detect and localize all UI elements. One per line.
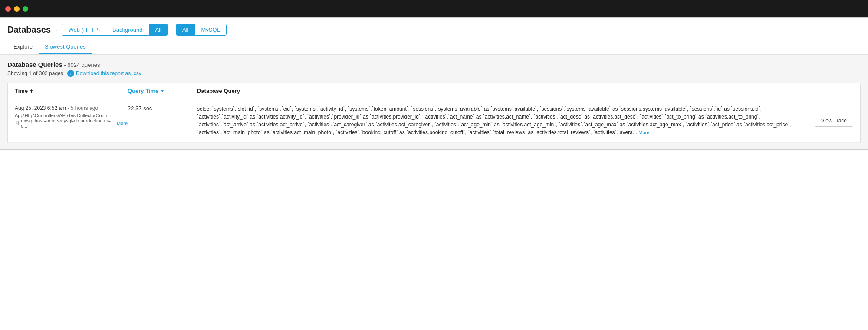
data-table: Time ⬍ Query Time ▼ Database Query Aug 2… bbox=[7, 83, 861, 143]
tab-explore[interactable]: Explore bbox=[7, 40, 39, 54]
time-main: Aug 25, 2023 6:52 am - 5 hours ago bbox=[15, 105, 128, 111]
minimize-button[interactable] bbox=[14, 6, 20, 12]
db-filter-mysql[interactable]: MySQL bbox=[195, 24, 226, 35]
filter-group: Web (HTTP) Background All bbox=[62, 24, 168, 36]
more-link-query[interactable]: More bbox=[638, 130, 649, 135]
controller-path: App\Http\Controllers\API\TestCollectorCo… bbox=[15, 113, 128, 118]
tab-slowest-queries[interactable]: Slowest Queries bbox=[39, 40, 92, 54]
db-host: 🗄 mysql:host=acme-mysql-db.production.us… bbox=[15, 118, 128, 129]
fullscreen-button[interactable] bbox=[23, 6, 28, 12]
db-filter-group: All MySQL bbox=[176, 24, 227, 36]
col-header-db-query: Database Query bbox=[197, 88, 853, 94]
queries-title-row: Database Queries - 6024 queries bbox=[7, 61, 861, 68]
filter-all[interactable]: All bbox=[149, 24, 168, 35]
main-container: Databases - Web (HTTP) Background All Al… bbox=[0, 17, 868, 150]
table-header: Time ⬍ Query Time ▼ Database Query bbox=[8, 83, 860, 99]
table-row: Aug 25, 2023 6:52 am - 5 hours ago App\H… bbox=[8, 99, 860, 143]
view-trace-button[interactable]: View Trace bbox=[815, 115, 853, 127]
title-bar bbox=[0, 0, 868, 17]
pagination-row: Showing 1 of 302 pages. ↓ Download this … bbox=[7, 70, 861, 77]
close-button[interactable] bbox=[5, 6, 11, 12]
header-top: Databases - Web (HTTP) Background All Al… bbox=[7, 24, 861, 36]
time-ago: - 5 hours ago bbox=[67, 105, 98, 111]
col-header-query-time[interactable]: Query Time ▼ bbox=[128, 88, 197, 94]
tabs: Explore Slowest Queries bbox=[7, 40, 861, 54]
filter-background[interactable]: Background bbox=[106, 24, 149, 35]
download-csv-link[interactable]: ↓ Download this report as .csv bbox=[67, 70, 141, 77]
queries-title: Database Queries bbox=[7, 61, 62, 68]
download-icon: ↓ bbox=[67, 70, 74, 77]
content-area: Database Queries - 6024 queries Showing … bbox=[0, 55, 868, 149]
cell-db-query: select `systems`.`slot_id`, `systems`.`c… bbox=[197, 105, 853, 136]
header: Databases - Web (HTTP) Background All Al… bbox=[0, 18, 868, 55]
query-count: - 6024 queries bbox=[64, 61, 100, 68]
database-icon: 🗄 bbox=[15, 121, 20, 126]
filter-web-http[interactable]: Web (HTTP) bbox=[62, 24, 106, 35]
pagination-text: Showing 1 of 302 pages. bbox=[7, 70, 65, 76]
more-link-time[interactable]: More bbox=[117, 121, 128, 126]
sort-icon-time: ⬍ bbox=[30, 89, 33, 94]
col-header-time: Time ⬍ bbox=[15, 88, 128, 94]
sort-icon-query-time: ▼ bbox=[160, 89, 164, 93]
cell-query-time: 22.37 sec bbox=[128, 105, 197, 112]
download-label: Download this report as .csv bbox=[76, 70, 141, 76]
separator: - bbox=[55, 26, 57, 34]
db-filter-all[interactable]: All bbox=[176, 24, 195, 35]
app-title: Databases bbox=[7, 25, 51, 35]
queries-header: Database Queries - 6024 queries Showing … bbox=[7, 61, 861, 77]
cell-time: Aug 25, 2023 6:52 am - 5 hours ago App\H… bbox=[15, 105, 128, 129]
